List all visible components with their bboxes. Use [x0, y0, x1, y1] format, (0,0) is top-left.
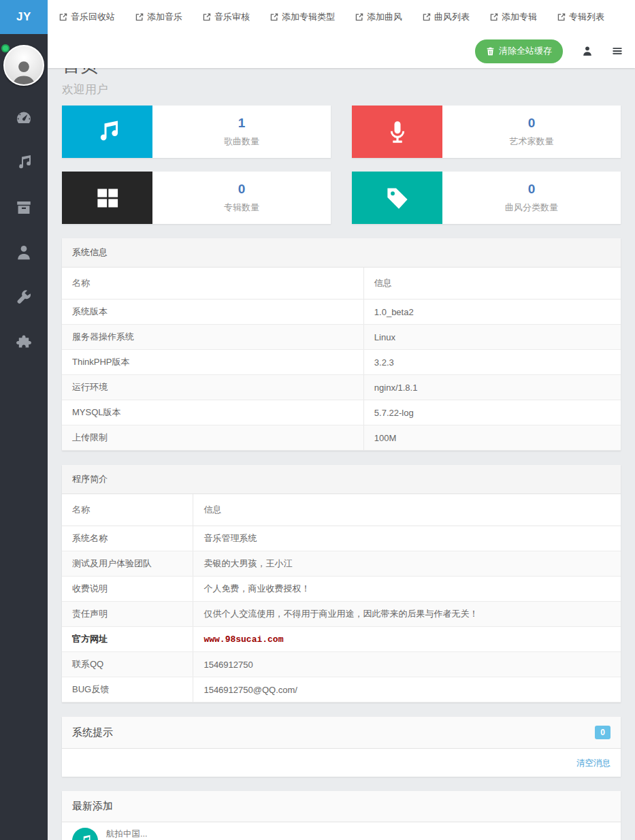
table-row: 上传限制 100M	[62, 425, 621, 451]
trash-icon	[486, 47, 495, 56]
stat-card-icon-box	[352, 172, 442, 224]
sidebar-item[interactable]	[0, 275, 48, 320]
sidebar-item[interactable]	[0, 230, 48, 275]
sidebar-nav	[0, 95, 48, 365]
external-link-icon	[59, 13, 67, 21]
sidebar-item[interactable]	[0, 140, 48, 185]
top-nav-label: 添加专辑	[502, 11, 537, 23]
wrench-icon	[16, 289, 32, 306]
clear-messages-link[interactable]: 清空消息	[576, 758, 610, 768]
puzzle-icon	[16, 334, 32, 351]
stat-label: 曲风分类数量	[505, 201, 558, 214]
stat-card: 1 歌曲数量	[62, 106, 331, 158]
row-value: Linux	[363, 325, 621, 350]
stat-card-icon-box	[62, 106, 152, 158]
top-nav-label: 音乐回收站	[71, 11, 115, 23]
top-nav-link[interactable]: 音乐回收站	[59, 11, 115, 23]
tags-icon	[385, 186, 410, 210]
row-value: 个人免费，商业收费授权！	[193, 577, 621, 602]
stat-card: 0 专辑数量	[62, 172, 331, 224]
external-link-icon	[135, 13, 144, 21]
latest-added-panel: 最新添加 航拍中国... 14分钟前	[62, 791, 621, 840]
row-name: 责任声明	[62, 602, 193, 627]
stat-card: 0 艺术家数量	[352, 106, 621, 158]
external-link-icon	[490, 13, 498, 21]
table-row: 运行环境 nginx/1.8.1	[62, 375, 621, 400]
stat-value: 0	[528, 182, 536, 197]
menu-icon	[612, 46, 623, 56]
row-value: 1546912750	[193, 652, 621, 677]
row-name: MYSQL版本	[62, 400, 363, 425]
row-name: 系统名称	[62, 526, 193, 551]
menu-toggle-button[interactable]	[612, 46, 623, 56]
stat-label: 艺术家数量	[510, 135, 554, 148]
main-content: 首页 欢迎用户 1 歌曲数量 0 艺术家数量	[48, 0, 635, 840]
sidebar-item[interactable]	[0, 320, 48, 365]
top-nav-label: 添加专辑类型	[282, 11, 335, 23]
music-note-icon	[79, 835, 91, 840]
table-row: 官方网址 www.98sucai.com	[62, 627, 621, 652]
row-name: 收费说明	[62, 577, 193, 602]
panel-title: 程序简介	[62, 465, 621, 494]
row-value: 仅供个人交流使用，不得用于商业用途，因此带来的后果与作者无关！	[193, 602, 621, 627]
row-value: 5.7.22-log	[363, 400, 621, 425]
table-row: 收费说明 个人免费，商业收费授权！	[62, 577, 621, 602]
page-subtitle: 欢迎用户	[62, 82, 621, 97]
column-header-name: 名称	[62, 494, 193, 526]
user-silhouette-icon	[10, 59, 38, 84]
row-name: 联系QQ	[62, 652, 193, 677]
system-info-panel: 系统信息 名称 信息 系统版本 1.0_beta2 服务器操作系统	[62, 238, 621, 451]
table-row: ThinkPHP版本 3.2.3	[62, 350, 621, 375]
external-link-icon	[270, 13, 278, 21]
table-row: 系统版本 1.0_beta2	[62, 300, 621, 325]
clear-cache-label: 清除全站缓存	[499, 45, 552, 57]
sidebar: JY	[0, 0, 48, 840]
top-nav-link[interactable]: 添加音乐	[135, 11, 182, 23]
top-nav-link[interactable]: 添加专辑类型	[270, 11, 335, 23]
stat-label: 歌曲数量	[224, 135, 259, 148]
latest-list: 航拍中国... 14分钟前	[62, 822, 621, 840]
song-name: 航拍中国...	[106, 828, 147, 840]
row-name: 系统版本	[62, 300, 363, 325]
column-header-info: 信息	[193, 494, 621, 526]
user-icon	[16, 244, 32, 261]
stat-value: 0	[238, 182, 246, 197]
top-nav-label: 添加音乐	[147, 11, 182, 23]
panel-title: 系统信息	[62, 238, 621, 268]
archive-icon	[16, 199, 32, 216]
sidebar-item[interactable]	[0, 185, 48, 230]
tips-count-badge: 0	[595, 726, 610, 739]
row-value: 音乐管理系统	[193, 526, 621, 551]
top-nav-label: 添加曲风	[367, 11, 402, 23]
user-menu-button[interactable]	[582, 46, 593, 56]
table-row: 责任声明 仅供个人交流使用，不得用于商业用途，因此带来的后果与作者无关！	[62, 602, 621, 627]
row-name: 上传限制	[62, 425, 363, 451]
panel-title: 最新添加	[72, 800, 113, 813]
top-nav-link[interactable]: 添加曲风	[355, 11, 402, 23]
top-nav-link[interactable]: 音乐审核	[203, 11, 250, 23]
row-value: 100M	[363, 425, 621, 451]
stat-value: 0	[528, 116, 536, 131]
top-nav-label: 专辑列表	[569, 11, 604, 23]
clear-cache-button[interactable]: 清除全站缓存	[475, 39, 563, 63]
row-value: www.98sucai.com	[193, 627, 621, 652]
column-header-info: 信息	[363, 268, 621, 300]
top-nav-link[interactable]: 专辑列表	[557, 11, 604, 23]
row-name: 测试及用户体验团队	[62, 551, 193, 577]
avatar[interactable]	[3, 45, 44, 86]
row-value: 1.0_beta2	[363, 300, 621, 325]
row-name: 官方网址	[62, 627, 193, 652]
app-logo[interactable]: JY	[0, 0, 48, 34]
table-row: 测试及用户体验团队 卖银的大男孩，王小江	[62, 551, 621, 577]
program-info-panel: 程序简介 名称 信息 系统名称 音乐管理系统 测试及用户体验团队	[62, 465, 621, 702]
top-nav-link[interactable]: 曲风列表	[423, 11, 470, 23]
grid-icon	[95, 186, 120, 210]
sidebar-item[interactable]	[0, 95, 48, 140]
top-nav-link[interactable]: 添加专辑	[490, 11, 537, 23]
music-note-icon	[95, 120, 120, 144]
topbar: 音乐回收站 添加音乐 音乐审核 添加专辑类型 添加曲风	[48, 0, 635, 68]
online-status-dot	[1, 44, 10, 52]
list-item[interactable]: 航拍中国... 14分钟前	[62, 822, 621, 840]
row-value: nginx/1.8.1	[363, 375, 621, 400]
topbar-actions: 清除全站缓存	[48, 34, 635, 68]
